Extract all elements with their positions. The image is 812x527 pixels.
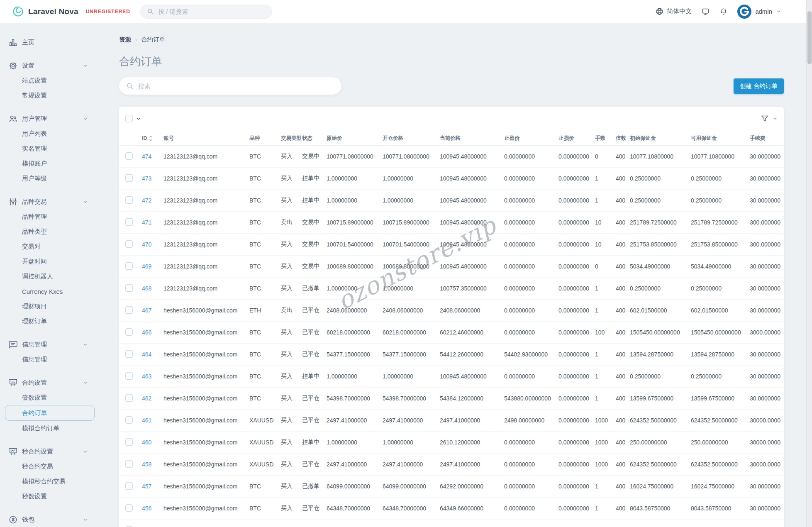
order-id-link[interactable]: 464 [142,344,163,366]
order-id-link[interactable]: 456 [142,498,163,520]
order-id-link[interactable]: 470 [142,234,163,256]
filter-menu[interactable] [760,114,778,123]
sidebar-item[interactable]: 品种管理 [5,209,95,224]
sidebar-item[interactable]: 模拟账户 [5,156,95,171]
display-icon[interactable] [701,7,710,16]
chevron-down-icon [83,517,88,522]
order-id-link[interactable]: 471 [142,212,163,234]
order-id-link[interactable]: 458 [142,454,163,476]
sidebar-item[interactable]: 倍数设置 [5,390,95,405]
sidebar-item[interactable]: 秒合约交易 [5,459,95,474]
column-header-id[interactable]: ID [142,131,163,146]
sidebar-item[interactable]: 常规设置 [5,88,95,103]
row-checkbox[interactable] [125,394,133,402]
order-id-link[interactable]: 474 [142,146,163,168]
table-cell: 2408.06000000 [383,300,440,322]
sidebar-item[interactable]: 合约订单 [5,405,95,421]
row-checkbox[interactable] [125,174,133,182]
global-search-input[interactable] [158,8,266,15]
table-cell: 1.00000000 [327,168,383,190]
row-checkbox[interactable] [125,482,133,490]
table-cell: 400 [616,454,630,476]
order-id-link[interactable]: 455 [142,520,163,527]
sidebar-section[interactable]: 设置 [0,58,100,73]
table-cell: 卖出 [281,300,302,322]
order-id-link[interactable]: 462 [142,388,163,410]
row-checkbox[interactable] [125,460,133,468]
row-checkbox[interactable] [125,438,133,446]
brand[interactable]: Laravel Nova [12,6,78,17]
sidebar-item[interactable]: 实名管理 [5,141,95,156]
sidebar-item[interactable]: Currency Kxes [5,284,95,299]
create-order-button[interactable]: 创建 合约订单 [734,78,784,94]
row-checkbox[interactable] [125,504,133,512]
sidebar-item[interactable]: 理财项目 [5,299,95,314]
order-id-link[interactable]: 467 [142,300,163,322]
order-id-link[interactable]: 469 [142,256,163,278]
order-id-link[interactable]: 466 [142,322,163,344]
order-id-link[interactable]: 473 [142,168,163,190]
sidebar-item[interactable]: 调控机器人 [5,269,95,284]
resource-search[interactable] [119,77,341,95]
row-checkbox[interactable] [125,262,133,270]
sidebar-item[interactable]: 用户列表 [5,126,95,141]
table-cell: 30.0000000 [750,498,784,520]
select-all-checkbox[interactable] [125,115,133,122]
row-checkbox[interactable] [125,328,133,336]
table-cell: 54412.26000000 [440,344,504,366]
user-menu[interactable]: admin [737,5,781,19]
scrollbar-thumb[interactable] [807,11,812,64]
sidebar-section[interactable]: 合约设置 [0,375,100,390]
column-header: 交易类型 [281,131,302,146]
sidebar-section[interactable]: 用户管理 [0,111,100,126]
order-id-link[interactable]: 457 [142,476,163,498]
sidebar-item[interactable]: 理财订单 [5,314,95,329]
sidebar-section[interactable]: 主页 [0,35,100,50]
global-search[interactable] [140,5,272,19]
sort-icon[interactable] [149,135,153,142]
row-checkbox[interactable] [125,306,133,314]
sidebar-section[interactable]: 信息管理 [0,337,100,352]
row-checkbox[interactable] [125,350,133,358]
sidebar-item-label: 品种管理 [22,213,47,221]
sidebar-section[interactable]: 品种交易 [0,194,100,209]
sidebar-item[interactable]: 信息管理 [5,352,95,367]
sidebar-item[interactable]: 秒数设置 [5,489,95,504]
search-icon [146,7,154,15]
sidebar-section[interactable]: 秒合约设置 [0,444,100,459]
sidebar-item[interactable]: 交易对 [5,239,95,254]
sidebar-item[interactable]: 品种类型 [5,224,95,239]
sidebar-item[interactable]: 模拟合约订单 [5,421,95,436]
table-cell: 0.00000000 [558,344,595,366]
row-checkbox[interactable] [125,152,133,160]
table-cell: 60218.00000000 [383,322,440,344]
sidebar-item[interactable]: 站点设置 [5,73,95,88]
resource-search-input[interactable] [138,83,335,90]
breadcrumb-resources-link[interactable]: 资源 [119,36,131,44]
order-id-link[interactable]: 468 [142,278,163,300]
table-cell: 30.0000000 [750,366,784,388]
table-cell: 0.00000000 [504,454,558,476]
row-checkbox[interactable] [125,372,133,380]
table-cell: 0.25000000 [630,366,691,388]
table-cell: BTC [249,520,281,527]
sidebar-item[interactable]: 模拟秒合约交易 [5,474,95,489]
order-id-link[interactable]: 463 [142,366,163,388]
sidebar-item[interactable]: 用户等级 [5,171,95,186]
row-checkbox[interactable] [125,196,133,204]
select-all-dropdown-icon[interactable] [136,116,141,122]
sidebar-section[interactable]: 钱包 [0,512,100,527]
order-id-link[interactable]: 461 [142,410,163,432]
page-scrollbar[interactable] [806,0,812,527]
row-checkbox[interactable] [125,284,133,292]
table-cell: 64099.00000000 [327,476,383,498]
language-switcher[interactable]: 简体中文 [655,7,692,16]
order-id-link[interactable]: 472 [142,190,163,212]
order-id-link[interactable]: 460 [142,432,163,454]
table-cell: BTC [249,190,281,212]
row-checkbox[interactable] [125,416,133,424]
row-checkbox[interactable] [125,218,133,226]
row-checkbox[interactable] [125,240,133,248]
sidebar-item[interactable]: 开盘时间 [5,254,95,269]
notifications-bell-icon[interactable] [719,7,728,16]
